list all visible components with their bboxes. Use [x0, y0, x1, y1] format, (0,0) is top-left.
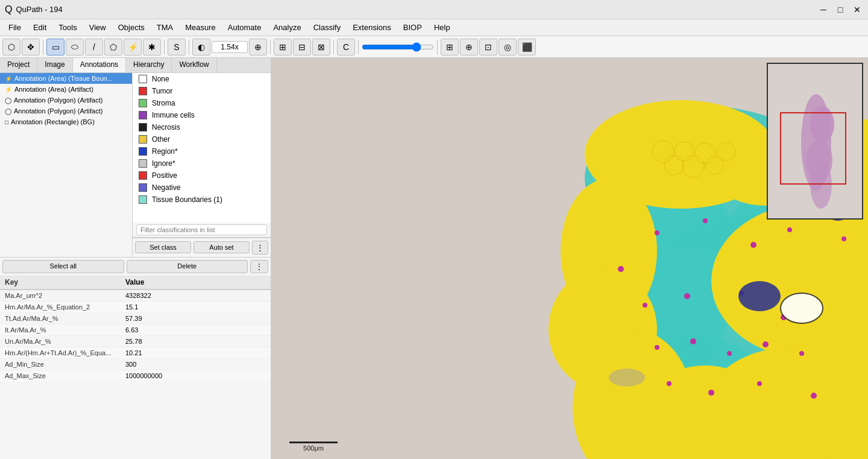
props-row-4: Un.Ar/Ma.Ar_%25.78	[0, 336, 271, 347]
class-color-6	[139, 147, 147, 156]
class-label-1: Tumor	[152, 87, 172, 95]
toolbar-sep-6	[358, 40, 359, 54]
auto-set-button[interactable]: Auto set	[193, 241, 250, 253]
snapshot-btn[interactable]: ⬛	[518, 39, 536, 55]
props-key-3: It.Ar/Ma.Ar_%	[0, 324, 121, 335]
tree-item-icon-0: ⚡	[5, 75, 12, 82]
props-row-3: It.Ar/Ma.Ar_%6.63	[0, 324, 271, 336]
wand-tool[interactable]: ⚡	[124, 39, 142, 55]
props-value-1: 15.1	[121, 302, 271, 312]
rect-tool[interactable]: ▭	[46, 39, 64, 55]
class-item-0[interactable]: None	[133, 73, 271, 85]
props-key-7: Ad_Max_Size	[0, 370, 121, 381]
menu-automate[interactable]: Automate	[222, 22, 268, 33]
tree-item-label-3: Annotation (Polygon) (Artifact)	[14, 107, 102, 115]
svg-point-29	[703, 218, 708, 223]
color-btn[interactable]: C	[337, 39, 355, 55]
class-item-2[interactable]: Stroma	[133, 97, 271, 109]
svg-point-51	[781, 293, 823, 323]
class-actions: Set class Auto set ⋮	[133, 238, 271, 257]
menu-classify[interactable]: Classify	[307, 22, 347, 33]
cursor-tool[interactable]: ⬡	[2, 39, 20, 55]
class-label-5: Other	[152, 135, 170, 144]
menu-tools[interactable]: Tools	[52, 22, 83, 33]
key-header: Key	[0, 276, 121, 289]
zoom-to-fit[interactable]: ⊕	[249, 39, 267, 55]
menu-help[interactable]: Help	[428, 22, 456, 33]
menu-objects[interactable]: Objects	[112, 22, 151, 33]
points-tool[interactable]: ✱	[143, 39, 161, 55]
maximize-button[interactable]: □	[834, 4, 846, 16]
class-item-6[interactable]: Region*	[133, 145, 271, 157]
move-tool[interactable]: ✥	[22, 39, 40, 55]
polygon-tool[interactable]: ⬠	[104, 39, 122, 55]
measure-btn[interactable]: ⊡	[479, 39, 497, 55]
opacity-slider[interactable]	[362, 42, 434, 52]
brush-tool[interactable]: S	[168, 39, 186, 55]
class-item-7[interactable]: Ignore*	[133, 157, 271, 169]
toolbar-sep-1	[43, 40, 43, 54]
viewer-btn1[interactable]: ⊞	[274, 39, 292, 55]
menu-analyze[interactable]: Analyze	[267, 22, 307, 33]
menu-extensions[interactable]: Extensions	[347, 22, 397, 33]
class-label-9: Negative	[152, 183, 180, 192]
tab-project[interactable]: Project	[0, 58, 37, 72]
brightness-btn[interactable]: ◐	[192, 39, 210, 55]
class-item-10[interactable]: Tissue Boundaries (1)	[133, 194, 271, 206]
class-item-8[interactable]: Positive	[133, 169, 271, 182]
tree-more-button[interactable]: ⋮	[250, 260, 268, 273]
select-all-button[interactable]: Select all	[2, 260, 124, 273]
menu-tma[interactable]: TMA	[151, 22, 179, 33]
tab-image[interactable]: Image	[37, 58, 72, 72]
menu-view[interactable]: View	[83, 22, 112, 33]
tree-item-4[interactable]: □Annotation (Rectangle) (BG)	[0, 116, 132, 127]
props-key-0: Ma.Ar_um^2	[0, 290, 121, 301]
class-item-3[interactable]: Immune cells	[133, 109, 271, 121]
class-item-5[interactable]: Other	[133, 133, 271, 145]
image-area[interactable]: 500μm	[271, 58, 868, 459]
class-item-1[interactable]: Tumor	[133, 85, 271, 97]
class-item-9[interactable]: Negative	[133, 182, 271, 194]
viewer-btn2[interactable]: ⊟	[293, 39, 311, 55]
delete-button[interactable]: Delete	[127, 260, 248, 273]
toolbar-sep-4	[270, 40, 271, 54]
props-value-2: 57.39	[121, 313, 271, 324]
overview-btn[interactable]: ◎	[498, 39, 517, 55]
set-class-button[interactable]: Set class	[135, 241, 191, 253]
props-row-6: Ad_Min_Size300	[0, 359, 271, 370]
grid-btn[interactable]: ⊞	[441, 39, 459, 55]
tree-item-2[interactable]: ◯Annotation (Polygon) (Artifact)	[0, 95, 132, 106]
menu-file[interactable]: File	[2, 22, 27, 33]
minimap	[767, 63, 863, 220]
tree-item-icon-3: ◯	[5, 108, 11, 115]
svg-point-30	[750, 242, 756, 248]
class-filter-input[interactable]	[136, 224, 267, 235]
class-color-2	[139, 99, 147, 107]
tab-annotations[interactable]: Annotations	[73, 58, 126, 72]
minimize-button[interactable]: ─	[817, 4, 829, 16]
class-more-button[interactable]: ⋮	[252, 241, 268, 255]
tree-item-label-2: Annotation (Polygon) (Artifact)	[14, 97, 102, 104]
toolbar-sep-2	[164, 40, 165, 54]
annotation-class-container: ⚡Annotation (Area) (Tissue Boun...⚡Annot…	[0, 73, 271, 257]
tree-item-3[interactable]: ◯Annotation (Polygon) (Artifact)	[0, 106, 132, 116]
tree-item-label-4: Annotation (Rectangle) (BG)	[11, 118, 95, 125]
viewer-btn3[interactable]: ⊠	[312, 39, 330, 55]
svg-point-37	[841, 236, 846, 241]
svg-point-34	[684, 293, 690, 299]
tree-item-0[interactable]: ⚡Annotation (Area) (Tissue Boun...	[0, 73, 132, 84]
tab-workflow[interactable]: Workflow	[172, 58, 216, 72]
close-button[interactable]: ✕	[851, 4, 863, 16]
tab-hierarchy[interactable]: Hierarchy	[126, 58, 172, 72]
menu-edit[interactable]: Edit	[27, 22, 52, 33]
props-key-6: Ad_Min_Size	[0, 359, 121, 370]
line-tool[interactable]: /	[85, 39, 103, 55]
ellipse-tool[interactable]: ⬭	[66, 39, 84, 55]
axis-btn[interactable]: ⊕	[460, 39, 478, 55]
menu-measure[interactable]: Measure	[179, 22, 222, 33]
menu-biop[interactable]: BIOP	[397, 22, 428, 33]
tree-item-1[interactable]: ⚡Annotation (Area) (Artifact)	[0, 84, 132, 95]
class-item-4[interactable]: Necrosis	[133, 121, 271, 133]
svg-point-55	[810, 106, 834, 142]
props-key-4: Un.Ar/Ma.Ar_%	[0, 336, 121, 347]
